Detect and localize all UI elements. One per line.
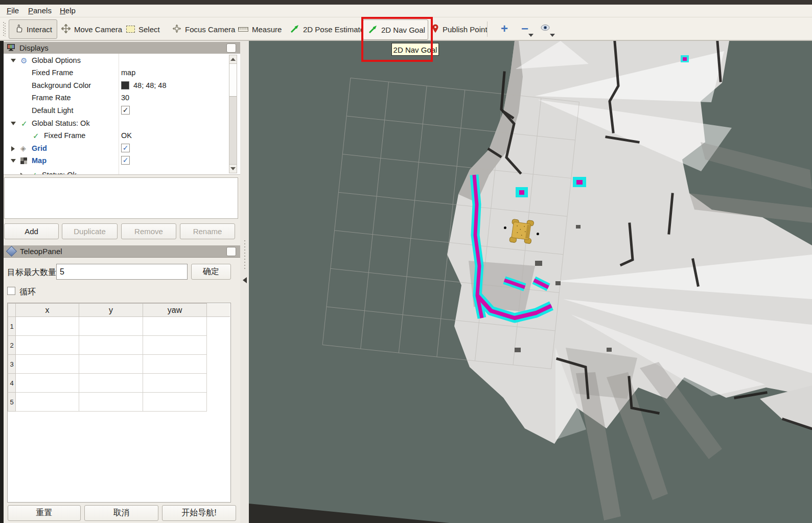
status-ok-check-icon: ✓ xyxy=(31,171,37,175)
cell-x[interactable] xyxy=(16,336,79,355)
collapse-arrow-icon[interactable] xyxy=(11,59,16,62)
move-arrows-icon xyxy=(61,24,71,35)
menu-file[interactable]: File xyxy=(7,5,19,16)
row-number: 5 xyxy=(8,393,16,412)
loop-checkbox[interactable] xyxy=(7,287,15,295)
checkbox-checked[interactable]: ✓ xyxy=(121,106,130,115)
checkbox-checked[interactable]: ✓ xyxy=(121,156,130,165)
tree-label: Global Status: Ok xyxy=(32,119,90,127)
cell-y[interactable] xyxy=(79,374,143,393)
tree-row-map[interactable]: Map ✓ xyxy=(4,155,228,167)
tree-value[interactable]: 30 xyxy=(121,94,129,102)
cell-filler xyxy=(207,374,230,393)
cell-yaw[interactable] xyxy=(143,355,207,374)
tree-row-default-light[interactable]: Default Light ✓ xyxy=(4,105,228,117)
plus-icon: + xyxy=(501,22,508,35)
cell-y[interactable] xyxy=(79,355,143,374)
cell-y[interactable] xyxy=(79,317,143,336)
cell-x[interactable] xyxy=(16,317,79,336)
goal-count-label: 目标最大数量 xyxy=(7,267,56,278)
move-camera-tool[interactable]: Move Camera xyxy=(61,19,122,39)
pose-estimate-label: 2D Pose Estimate xyxy=(303,25,364,34)
view-visibility-button[interactable] xyxy=(538,20,553,37)
panel-float-checkbox[interactable] xyxy=(226,247,236,256)
map-display-icon xyxy=(20,157,27,164)
tree-value: OK xyxy=(121,131,132,140)
tree-label: Map xyxy=(32,156,47,165)
cell-x[interactable] xyxy=(16,374,79,393)
tree-row-map-status[interactable]: ✓ Status: Ok xyxy=(4,169,228,175)
window-left-edge xyxy=(0,41,4,523)
collapse-arrow-icon[interactable] xyxy=(11,122,16,125)
tree-scrollbar[interactable] xyxy=(229,55,237,173)
col-header-y[interactable]: y xyxy=(79,304,143,317)
color-swatch[interactable] xyxy=(121,81,129,89)
selection-box-icon xyxy=(126,26,135,33)
cell-x[interactable] xyxy=(16,393,79,412)
teleop-panel-title: TeleopPanel xyxy=(20,247,62,256)
displays-panel-title: Displays xyxy=(19,43,49,52)
cell-y[interactable] xyxy=(79,393,143,412)
reset-button[interactable]: 重置 xyxy=(8,505,81,521)
tree-label: Global Options xyxy=(32,56,81,64)
panel-diamond-icon xyxy=(6,246,17,257)
expand-arrow-icon[interactable] xyxy=(20,173,24,175)
tree-row-fixed-frame[interactable]: Fixed Frame map xyxy=(4,67,228,79)
tree-value[interactable]: map xyxy=(121,69,135,77)
start-navigation-button[interactable]: 开始导航! xyxy=(162,505,236,521)
scroll-up-button[interactable] xyxy=(229,55,237,64)
tree-row-global-options[interactable]: ⚙ Global Options xyxy=(4,55,228,67)
tree-row-fixed-frame-status[interactable]: ✓ Fixed Frame OK xyxy=(4,130,228,142)
duplicate-display-button[interactable]: Duplicate xyxy=(62,223,118,239)
scroll-down-button[interactable] xyxy=(229,164,237,173)
scrollbar-thumb[interactable] xyxy=(229,64,237,97)
tree-row-global-status[interactable]: ✓ Global Status: Ok xyxy=(4,118,228,130)
panel-float-checkbox[interactable] xyxy=(226,43,236,53)
collapse-arrow-icon[interactable] xyxy=(11,159,16,163)
zoom-in-button[interactable]: + xyxy=(497,20,512,37)
menu-help[interactable]: Help xyxy=(60,5,76,16)
row-number: 4 xyxy=(8,374,16,393)
collapse-panel-arrow-icon[interactable] xyxy=(243,277,247,283)
displays-panel-header[interactable]: Displays xyxy=(4,42,240,54)
menu-panels[interactable]: Panels xyxy=(28,5,52,16)
cell-x[interactable] xyxy=(16,355,79,374)
teleop-panel-header[interactable]: TeleopPanel xyxy=(4,245,240,258)
rename-display-button[interactable]: Rename xyxy=(180,223,235,239)
measure-tool[interactable]: Measure xyxy=(238,19,282,39)
tree-label: Fixed Frame xyxy=(44,131,85,140)
table-row: 2 xyxy=(8,336,230,355)
pose-estimate-tool[interactable]: 2D Pose Estimate xyxy=(290,19,364,39)
tree-label: Background Color xyxy=(32,81,91,89)
tree-row-background-color[interactable]: Background Color 48; 48; 48 xyxy=(4,80,228,92)
expand-arrow-icon[interactable] xyxy=(11,146,15,151)
cell-yaw[interactable] xyxy=(143,317,207,336)
3d-viewport[interactable] xyxy=(249,41,812,523)
row-number: 1 xyxy=(8,317,16,336)
cell-yaw[interactable] xyxy=(143,336,207,355)
cancel-button[interactable]: 取消 xyxy=(84,505,158,521)
tree-label: Frame Rate xyxy=(32,94,71,102)
focus-camera-tool[interactable]: Focus Camera xyxy=(172,19,235,39)
row-number: 3 xyxy=(8,355,16,374)
publish-point-tool[interactable]: Publish Point xyxy=(432,19,488,39)
toolbar-drag-handle[interactable] xyxy=(3,22,6,36)
interact-tool-button[interactable]: Interact xyxy=(9,19,57,39)
ruler-icon xyxy=(238,27,248,32)
cell-yaw[interactable] xyxy=(143,374,207,393)
cell-yaw[interactable] xyxy=(143,393,207,412)
zoom-out-button[interactable]: − xyxy=(517,20,532,37)
tree-row-frame-rate[interactable]: Frame Rate 30 xyxy=(4,92,228,104)
select-tool[interactable]: Select xyxy=(126,19,160,39)
col-header-x[interactable]: x xyxy=(16,304,79,317)
col-header-yaw[interactable]: yaw xyxy=(143,304,207,317)
cell-y[interactable] xyxy=(79,336,143,355)
goal-count-input[interactable] xyxy=(56,264,188,280)
checkbox-checked[interactable]: ✓ xyxy=(121,144,130,152)
tree-value: 48; 48; 48 xyxy=(133,81,167,89)
add-display-button[interactable]: Add xyxy=(4,223,59,239)
remove-display-button[interactable]: Remove xyxy=(121,223,176,239)
confirm-button[interactable]: 确定 xyxy=(191,264,231,280)
panel-splitter[interactable] xyxy=(240,41,249,523)
tree-row-grid[interactable]: ◈ Grid ✓ xyxy=(4,143,228,155)
